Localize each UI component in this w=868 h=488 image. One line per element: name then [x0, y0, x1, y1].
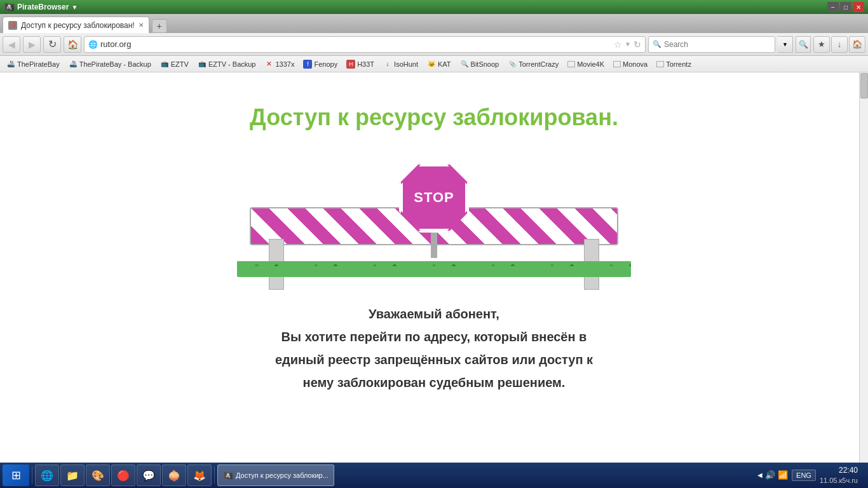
bookmark-icon-movie4k [567, 61, 575, 67]
taskbar: ⊞ 🌐 📁 🎨 🔴 💬 🧅 🦊 🏴‍☠️ Доступ к ресурсу за… [0, 463, 868, 488]
bookmark-label-1337x: 1337x [275, 60, 294, 68]
bookmark-label-thepiratebay-backup: ThePirateBay - Backup [79, 60, 151, 68]
bookmark-icon-torrentz [656, 61, 664, 67]
yandex-icon: 🔴 [117, 470, 130, 482]
paint-icon: 🎨 [92, 470, 104, 482]
stop-sign: STOP [399, 163, 469, 258]
bookmark-bitsnoop[interactable]: 🔍 BitSnoop [456, 58, 503, 70]
taskbar-yandex-button[interactable]: 🔴 [111, 464, 135, 486]
address-bar[interactable]: 🌐 ☆ ▼ ↻ [84, 36, 646, 53]
bookmark-label-movie4k: Movie4K [577, 60, 604, 68]
address-refresh-icon: ↻ [634, 39, 641, 50]
bookmark-kat[interactable]: 🐱 KAT [423, 58, 455, 70]
search-input[interactable] [664, 40, 771, 49]
language-button[interactable]: ENG [792, 470, 816, 481]
bookmark-icon-thepiratebay-backup: 🚢 [69, 60, 78, 69]
tab-label: Доступ к ресурсу заблокирован! [21, 21, 135, 30]
active-tab[interactable]: 🚫 Доступ к ресурсу заблокирован! ✕ [3, 17, 149, 33]
taskbar-active-window[interactable]: 🏴‍☠️ Доступ к ресурсу заблокир... [217, 464, 334, 486]
bookmark-icon-eztv-backup: 📺 [198, 60, 207, 69]
tray-chevron[interactable]: ◀ [757, 471, 763, 478]
bookmark-1337x[interactable]: ✕ 1337x [261, 58, 298, 70]
scrollbar-thumb[interactable] [860, 73, 868, 98]
taskbar-skype-button[interactable]: 💬 [137, 464, 161, 486]
bookmark-label-h33t: H33T [357, 60, 374, 68]
time-display[interactable]: 22:40 11.05.к5ч.ru [820, 466, 858, 485]
bookmark-thepiratebay-backup[interactable]: 🚢 ThePirateBay - Backup [65, 58, 155, 70]
bookmark-torrentcrazy[interactable]: 📎 TorrentCrazy [504, 58, 562, 70]
bookmark-h33t[interactable]: H H33T [342, 58, 378, 70]
nav-bar: ◀ ▶ ↻ 🏠 🌐 ☆ ▼ ↻ 🔍 ▼ 🔍 ★ ↓ 🏠 [0, 33, 868, 56]
download-button[interactable]: ↓ [831, 36, 848, 53]
new-tab-button[interactable]: + [152, 19, 167, 33]
start-icon: ⊞ [11, 468, 21, 482]
site-favicon: 🌐 [88, 40, 98, 49]
message-line-4: нему заблокирован судебным решением. [275, 371, 593, 394]
taskbar-ie-button[interactable]: 🌐 [35, 464, 59, 486]
address-dropdown-arrow[interactable]: ▼ [625, 41, 631, 48]
clock-time: 22:40 [820, 466, 858, 476]
bookmark-eztv-backup[interactable]: 📺 EZTV - Backup [194, 58, 260, 70]
tray-network-icon[interactable]: 📶 [778, 470, 788, 480]
stop-text: STOP [414, 189, 454, 206]
stop-pole [431, 233, 437, 258]
refresh-button[interactable]: ↻ [43, 36, 61, 53]
tray-icons: ◀ 🔊 📶 [757, 470, 788, 480]
bookmark-icon-bitsnoop: 🔍 [460, 60, 469, 69]
bookmark-eztv[interactable]: 📺 EZTV [156, 58, 193, 70]
bookmark-star-icon[interactable]: ☆ [614, 39, 622, 50]
skype-icon: 💬 [142, 470, 155, 482]
taskbar-separator-2 [214, 466, 215, 484]
search-provider-icon: 🔍 [653, 40, 661, 48]
active-window-icon: 🏴‍☠️ [223, 471, 233, 480]
start-button[interactable]: ⊞ [3, 464, 29, 486]
tab-favicon: 🚫 [8, 21, 17, 30]
bookmark-monova[interactable]: Monova [609, 59, 651, 69]
bookmark-movie4k[interactable]: Movie4K [564, 59, 608, 69]
browser-content: Доступ к ресурсу заблокирован. STOP Уваж… [0, 72, 868, 463]
bookmarks-star-button[interactable]: ★ [813, 36, 830, 53]
search-dropdown-button[interactable]: ▼ [778, 36, 793, 53]
scrollbar[interactable] [859, 72, 868, 463]
window-controls: − □ ✕ [827, 2, 864, 12]
bookmark-isohunt[interactable]: ↓ IsoHunt [379, 58, 422, 70]
taskbar-separator-1 [32, 466, 32, 484]
forward-button[interactable]: ▶ [23, 36, 41, 53]
taskbar-tor-button[interactable]: 🧅 [162, 464, 186, 486]
search-go-button[interactable]: 🔍 [796, 36, 811, 53]
taskbar-paint-button[interactable]: 🎨 [86, 464, 110, 486]
page-title: Доступ к ресурсу заблокирован. [250, 104, 618, 131]
active-window-label: Доступ к ресурсу заблокир... [236, 471, 329, 479]
bookmark-thepiratebay[interactable]: 🚢 ThePirateBay [3, 58, 64, 70]
bookmark-label-torrentcrazy: TorrentCrazy [519, 60, 559, 68]
explorer-icon: 📁 [66, 470, 79, 482]
message-container: Уважаемый абонент, Вы хотите перейти по … [275, 302, 593, 394]
bookmark-label-eztv: EZTV [171, 60, 189, 68]
address-input[interactable] [100, 39, 611, 49]
bookmark-fenopy[interactable]: f Fenopy [299, 58, 341, 70]
search-box[interactable]: 🔍 [648, 36, 775, 53]
tray-volume-icon[interactable]: 🔊 [765, 470, 775, 480]
app-dropdown-arrow[interactable]: ▼ [71, 4, 78, 11]
bookmark-label-fenopy: Fenopy [314, 60, 337, 68]
home-nav-button[interactable]: 🏠 [849, 36, 865, 53]
ie-icon: 🌐 [41, 470, 53, 482]
home-button[interactable]: 🏠 [64, 36, 81, 53]
bookmark-icon-isohunt: ↓ [383, 60, 392, 69]
taskbar-firefox-button[interactable]: 🦊 [187, 464, 212, 486]
minimize-button[interactable]: − [827, 2, 839, 12]
bookmark-icon-eztv: 📺 [160, 60, 169, 69]
tab-close-icon[interactable]: ✕ [139, 22, 144, 29]
taskbar-explorer-button[interactable]: 📁 [60, 464, 85, 486]
close-button[interactable]: ✕ [853, 2, 864, 12]
firefox-icon: 🦊 [193, 470, 206, 482]
bookmark-icon-thepiratebay: 🚢 [6, 60, 15, 69]
back-button[interactable]: ◀ [3, 36, 20, 53]
barrier-illustration: STOP [218, 150, 650, 277]
bookmark-icon-1337x: ✕ [264, 60, 273, 69]
message-line-1: Уважаемый абонент, [275, 302, 593, 325]
stop-octagon: STOP [399, 163, 469, 233]
tor-icon: 🧅 [168, 470, 180, 482]
bookmark-torrentz[interactable]: Torrentz [653, 59, 695, 69]
maximize-button[interactable]: □ [840, 2, 851, 12]
